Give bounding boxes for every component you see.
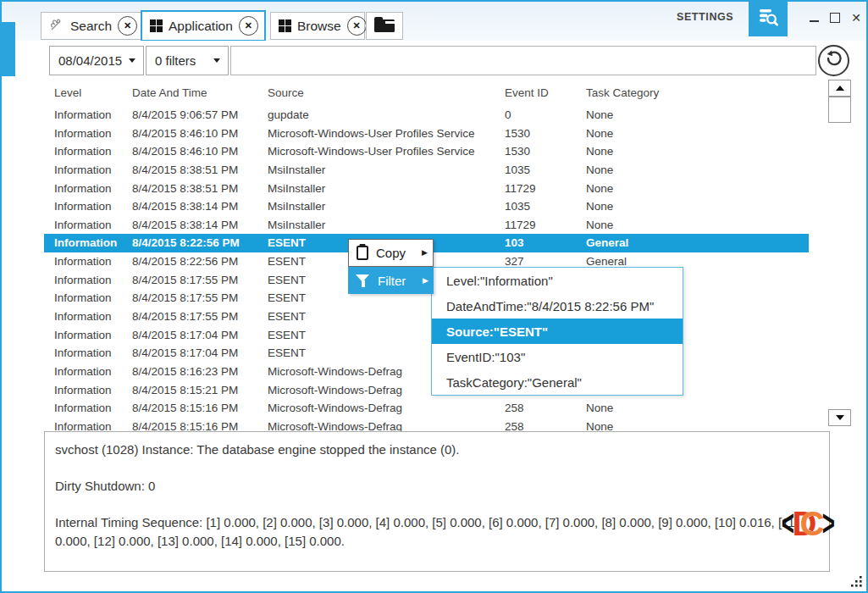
- tab-search[interactable]: Search ✕: [41, 12, 141, 40]
- cell-level: Information: [54, 125, 112, 143]
- cell-event-id: 258: [505, 418, 524, 432]
- cell-date-and-time: 8/4/2015 8:38:51 PM: [132, 161, 238, 180]
- cell-level: Information: [54, 197, 112, 216]
- submenu-arrow-icon: ▶: [423, 277, 428, 285]
- cell-date-and-time: 8/4/2015 8:15:21 PM: [132, 381, 238, 400]
- date-dropdown[interactable]: 08/04/2015: [49, 46, 144, 75]
- cell-level: Information: [54, 399, 112, 418]
- cell-date-and-time: 8/4/2015 8:22:56 PM: [132, 234, 240, 252]
- close-icon[interactable]: ✕: [347, 16, 367, 36]
- table-row[interactable]: Information 8/4/2015 8:17:55 PM ESENT: [44, 308, 809, 326]
- table-row[interactable]: Information 8/4/2015 8:15:21 PM Microsof…: [44, 381, 809, 400]
- table-row[interactable]: Information 8/4/2015 8:16:23 PM Microsof…: [44, 363, 809, 381]
- cell-event-id: 0: [505, 106, 511, 125]
- table-row[interactable]: Information 8/4/2015 8:38:51 PM MsiInsta…: [44, 161, 809, 180]
- cell-source: ESENT: [268, 234, 306, 252]
- cell-level: Information: [54, 161, 112, 180]
- table-row[interactable]: Information 8/4/2015 8:17:04 PM ESENT: [44, 344, 809, 363]
- column-header-event-id[interactable]: Event ID: [505, 83, 549, 103]
- refresh-button[interactable]: [818, 45, 849, 76]
- close-window-button[interactable]: ✕: [851, 12, 861, 24]
- filter-submenu-item[interactable]: Level:"Information": [432, 268, 683, 293]
- cell-date-and-time: 8/4/2015 9:06:57 PM: [132, 106, 238, 125]
- table-row[interactable]: Information 8/4/2015 8:38:14 PM MsiInsta…: [44, 216, 809, 235]
- table-row[interactable]: Information 8/4/2015 8:46:10 PM Microsof…: [44, 125, 809, 143]
- cell-date-and-time: 8/4/2015 8:46:10 PM: [132, 125, 238, 143]
- settings-button[interactable]: SETTINGS: [677, 11, 733, 23]
- close-icon[interactable]: ✕: [239, 16, 258, 36]
- cell-date-and-time: 8/4/2015 8:17:55 PM: [132, 271, 238, 290]
- table-row[interactable]: Information 8/4/2015 8:38:51 PM MsiInsta…: [44, 180, 809, 198]
- cell-source: ESENT: [268, 344, 306, 363]
- filter-submenu-item[interactable]: EventID:"103": [432, 344, 683, 369]
- column-header-date-and-time[interactable]: Date And Time: [132, 83, 207, 103]
- tab-application-label: Application: [169, 19, 233, 34]
- cell-event-id: 103: [505, 234, 524, 252]
- cell-task-category: None: [586, 418, 613, 432]
- table-row[interactable]: Information 8/4/2015 8:38:14 PM MsiInsta…: [44, 197, 809, 216]
- cell-task-category: None: [586, 125, 613, 143]
- table-row[interactable]: Information 8/4/2015 8:15:16 PM Microsof…: [44, 418, 809, 432]
- filter-submenu-item[interactable]: Source:"ESENT": [432, 319, 683, 344]
- context-menu-copy[interactable]: Copy ▶: [348, 239, 434, 267]
- cell-task-category: None: [586, 161, 613, 180]
- cell-task-category: None: [586, 197, 613, 216]
- cell-date-and-time: 8/4/2015 8:16:23 PM: [132, 363, 238, 381]
- cell-source: Microsoft-Windows-Defrag: [268, 418, 402, 432]
- folder-icon: [374, 19, 395, 32]
- cell-date-and-time: 8/4/2015 8:46:10 PM: [132, 142, 238, 161]
- cell-level: Information: [54, 106, 112, 125]
- cell-task-category: General: [586, 234, 628, 252]
- event-details-panel: svchost (1028) Instance: The database en…: [44, 431, 830, 572]
- cell-level: Information: [54, 234, 117, 252]
- cell-source: ESENT: [268, 289, 306, 308]
- column-header-level[interactable]: Level: [54, 83, 81, 103]
- filter-submenu-item-label: EventID:"103": [446, 350, 525, 364]
- tab-browse[interactable]: Browse ✕: [270, 12, 365, 40]
- filter-submenu-item[interactable]: TaskCategory:"General": [432, 369, 683, 395]
- details-line-2: Dirty Shutdown: 0: [55, 477, 817, 496]
- cell-event-id: 1035: [505, 197, 530, 216]
- cell-date-and-time: 8/4/2015 8:17:55 PM: [132, 308, 238, 326]
- watermark-letter-c: C: [799, 507, 824, 540]
- close-icon[interactable]: ✕: [118, 16, 137, 36]
- table-row[interactable]: Information 8/4/2015 9:06:57 PM gupdate …: [44, 106, 809, 125]
- chevron-down-icon: [129, 58, 135, 63]
- date-dropdown-value: 08/04/2015: [58, 53, 122, 68]
- maximize-button[interactable]: [830, 13, 840, 23]
- tab-application[interactable]: Application ✕: [141, 10, 266, 42]
- minimize-button[interactable]: [810, 20, 819, 22]
- cell-level: Information: [54, 344, 112, 363]
- search-input[interactable]: [230, 46, 816, 75]
- cell-level: Information: [54, 381, 112, 400]
- column-header-task-category[interactable]: Task Category: [586, 83, 659, 103]
- cell-date-and-time: 8/4/2015 8:15:16 PM: [132, 399, 238, 418]
- table-row[interactable]: Information 8/4/2015 8:15:16 PM Microsof…: [44, 399, 809, 418]
- cell-source: Microsoft-Windows-Defrag: [268, 399, 402, 418]
- cell-date-and-time: 8/4/2015 8:17:04 PM: [132, 344, 238, 363]
- cell-task-category: None: [586, 180, 613, 198]
- filter-submenu-item-label: DateAndTime:"8/4/2015 8:22:56 PM": [446, 299, 654, 313]
- cell-level: Information: [54, 216, 112, 235]
- cell-source: MsiInstaller: [268, 216, 325, 235]
- scrollbar-thumb[interactable]: [828, 97, 851, 123]
- cell-source: MsiInstaller: [268, 197, 325, 216]
- tab-open-folder[interactable]: [366, 12, 403, 40]
- table-row[interactable]: Information 8/4/2015 8:17:04 PM ESENT: [44, 326, 809, 345]
- details-line-3: Internal Timing Sequence: [1] 0.000, [2]…: [55, 513, 817, 551]
- context-menu-filter[interactable]: Filter ▶: [348, 267, 434, 294]
- scroll-up-button[interactable]: [828, 80, 851, 97]
- table-row[interactable]: Information 8/4/2015 8:46:10 PM Microsof…: [44, 142, 809, 161]
- filter-submenu-item[interactable]: DateAndTime:"8/4/2015 8:22:56 PM": [432, 293, 683, 319]
- column-header-source[interactable]: Source: [268, 83, 304, 103]
- cell-event-id: 1035: [505, 161, 530, 180]
- cell-level: Information: [54, 363, 112, 381]
- cell-event-id: 11729: [505, 180, 536, 198]
- resize-grip[interactable]: [849, 574, 863, 588]
- details-line-1: svchost (1028) Instance: The database en…: [55, 441, 817, 459]
- scroll-down-button[interactable]: [828, 409, 851, 426]
- vertical-scrollbar[interactable]: [828, 80, 851, 427]
- filters-dropdown[interactable]: 0 filters: [146, 46, 229, 75]
- app-logo-button[interactable]: [749, 2, 788, 36]
- cell-source: Microsoft-Windows-User Profiles Service: [268, 142, 475, 161]
